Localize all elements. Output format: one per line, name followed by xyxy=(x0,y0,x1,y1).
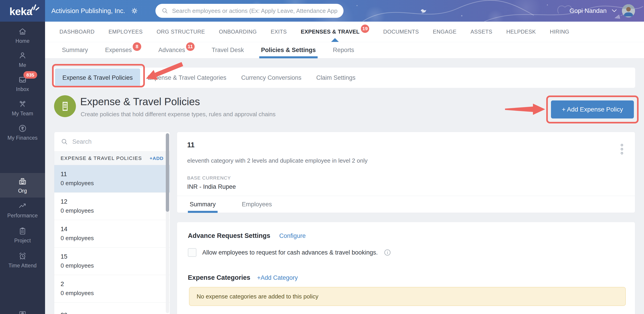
nav-label: HELPDESK xyxy=(506,28,536,35)
nav-item-hiring[interactable]: HIRING xyxy=(543,22,576,42)
nav-item-org-structure[interactable]: ORG STRUCTURE xyxy=(150,22,212,42)
sidebar-item-org[interactable]: Org xyxy=(0,173,45,198)
chevron-down-icon xyxy=(612,9,617,12)
sidebar-item-performance[interactable]: Performance xyxy=(0,198,45,222)
policy-list-item[interactable]: 15 0 employees xyxy=(54,248,170,275)
sidebar-item-me[interactable]: Me xyxy=(0,48,45,72)
policy-meta: 0 employees xyxy=(60,180,164,187)
tab-claim-settings[interactable]: Claim Settings xyxy=(309,68,363,88)
sidebar-item-my-finances[interactable]: My Finances xyxy=(0,120,45,144)
subnav-badge: 11 xyxy=(186,42,194,51)
policy-list-item[interactable]: 11 0 employees xyxy=(54,165,170,192)
policy-name: 2 xyxy=(60,281,164,288)
subnav-label: Reports xyxy=(333,47,354,54)
tab-employees[interactable]: Employees xyxy=(240,196,274,213)
nav-label: DOCUMENTS xyxy=(383,28,419,35)
sidebar-item-label: Performance xyxy=(8,213,38,219)
tab-label: Employees xyxy=(242,201,272,208)
company-name: Activision Publishing, Inc. xyxy=(51,7,125,15)
sidebar-item-project[interactable]: Project xyxy=(0,223,45,247)
subnav-item-reports[interactable]: Reports xyxy=(324,42,363,58)
subnav-label: Expenses xyxy=(105,47,132,54)
sidebar-item-payroll[interactable] xyxy=(0,302,45,314)
sidebar-item-home[interactable]: Home xyxy=(0,24,45,48)
search-icon xyxy=(161,7,168,14)
keka-wordmark: keka xyxy=(10,5,32,18)
nav-item-helpdesk[interactable]: HELPDESK xyxy=(500,22,543,42)
tab-label: Expense & Travel Policies xyxy=(62,74,133,81)
nav-label: EXPENSES & TRAVEL xyxy=(301,28,360,35)
subnav-item-expenses[interactable]: Expenses 8 xyxy=(97,42,150,58)
app-root: keka Activision Publishing, Inc. Gopi Na… xyxy=(0,0,644,314)
policy-meta: 0 employees xyxy=(60,207,164,214)
performance-icon xyxy=(18,202,27,210)
policy-meta: 0 employees xyxy=(60,290,164,297)
sidebar-item-time-attend[interactable]: Time Attend xyxy=(0,248,45,272)
home-icon xyxy=(18,27,27,36)
advance-checkbox[interactable] xyxy=(188,248,196,257)
nav-item-documents[interactable]: DOCUMENTS xyxy=(376,22,426,42)
nav-item-employees[interactable]: EMPLOYEES xyxy=(102,22,150,42)
subnav-item-policies-settings[interactable]: Policies & Settings xyxy=(252,42,324,58)
tab-expense-travel-policies[interactable]: Expense & Travel Policies xyxy=(55,68,140,87)
subnav-badge: 8 xyxy=(133,42,141,51)
policy-list-item[interactable]: 14 0 employees xyxy=(54,220,170,248)
tab-label: Summary xyxy=(190,201,216,208)
add-category-link[interactable]: +Add Category xyxy=(257,274,298,281)
person-icon xyxy=(18,51,27,60)
configure-link[interactable]: Configure xyxy=(279,232,306,240)
list-scrollbar-thumb[interactable] xyxy=(166,133,169,212)
user-menu[interactable]: Gopi Nandan xyxy=(570,0,635,22)
sidebar-item-my-team[interactable]: My Team xyxy=(0,96,45,120)
keka-logo[interactable]: keka xyxy=(0,0,45,22)
sidebar-item-label: Home xyxy=(16,38,30,44)
policy-list-item[interactable]: 20 xyxy=(54,302,170,314)
sidebar-item-inbox[interactable]: 835 Inbox xyxy=(0,72,45,96)
bird-decoration xyxy=(421,9,426,13)
kebab-menu-icon[interactable] xyxy=(620,143,624,155)
sidebar-item-label: My Team xyxy=(12,110,33,117)
clipboard-icon xyxy=(18,226,27,236)
tab-currency-conversions[interactable]: Currency Conversions xyxy=(234,68,309,88)
tab-expense-travel-categories[interactable]: Expense & Travel Categories xyxy=(140,68,234,88)
info-icon[interactable] xyxy=(384,249,391,256)
nav-item-engage[interactable]: ENGAGE xyxy=(426,22,464,42)
subnav-item-travel-desk[interactable]: Travel Desk xyxy=(203,42,252,58)
rupee-circle-icon xyxy=(18,124,27,133)
policy-detail-tabs: Summary Employees xyxy=(177,196,635,213)
alarm-clock-icon xyxy=(18,252,27,260)
topbar: keka Activision Publishing, Inc. Gopi Na… xyxy=(0,0,644,22)
policy-detail-title: 11 xyxy=(187,141,194,149)
empty-categories-banner: No expense categories are added to this … xyxy=(189,287,626,306)
sidebar-item-label: Project xyxy=(14,238,31,244)
tab-summary[interactable]: Summary xyxy=(188,196,218,213)
nav-label: HIRING xyxy=(550,28,569,35)
nav-item-exits[interactable]: EXITS xyxy=(264,22,294,42)
policy-list-item[interactable]: 2 0 employees xyxy=(54,275,170,302)
global-search-input[interactable] xyxy=(172,8,338,14)
policy-meta: 0 employees xyxy=(60,262,164,269)
global-search-bar[interactable] xyxy=(156,4,344,18)
policy-list-item[interactable]: 12 0 employees xyxy=(54,192,170,220)
nav-label: ONBOARDING xyxy=(219,28,257,35)
sidebar: Home Me 835 Inbox My Team My Finances Or… xyxy=(0,22,45,314)
nav-item-assets[interactable]: ASSETS xyxy=(464,22,500,42)
nav-item-onboarding[interactable]: ONBOARDING xyxy=(212,22,264,42)
main-nav: DASHBOARD EMPLOYEES ORG STRUCTURE ONBOAR… xyxy=(45,22,644,42)
nav-item-dashboard[interactable]: DASHBOARD xyxy=(52,22,102,42)
add-expense-policy-button[interactable]: + Add Expense Policy xyxy=(551,100,634,118)
team-icon xyxy=(18,100,27,108)
policy-search-input[interactable] xyxy=(72,138,164,145)
nav-label: EMPLOYEES xyxy=(108,28,143,35)
subnav-item-advances[interactable]: Advances 11 xyxy=(150,42,203,58)
subnav-item-summary[interactable]: Summary xyxy=(54,42,97,58)
add-policy-link[interactable]: +ADD xyxy=(150,156,164,161)
active-nav-triangle-icon xyxy=(331,38,339,42)
receipt-icon xyxy=(59,100,72,113)
tab-label: Claim Settings xyxy=(316,74,356,81)
settings-gear-icon[interactable] xyxy=(130,7,138,15)
policy-name: 20 xyxy=(60,312,164,314)
user-avatar[interactable] xyxy=(622,4,635,17)
nav-item-expenses-travel[interactable]: EXPENSES & TRAVEL 19 xyxy=(294,22,376,42)
base-currency-value: INR - India Rupee xyxy=(187,183,236,190)
